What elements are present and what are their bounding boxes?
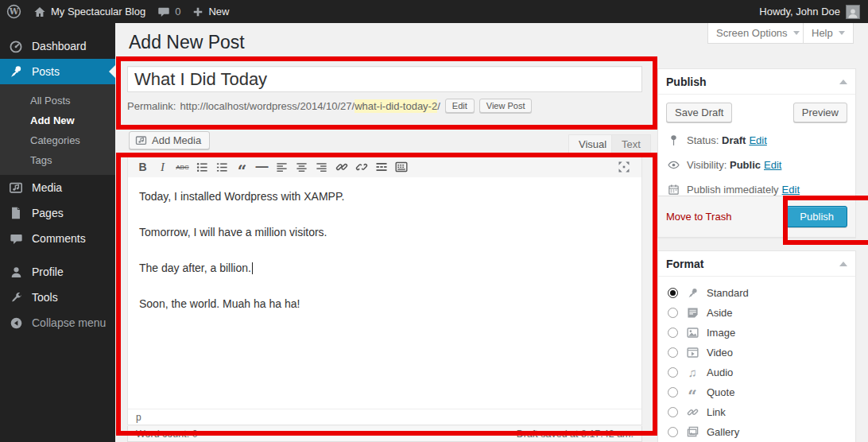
wordpress-logo-icon: W xyxy=(6,4,21,19)
tab-visual[interactable]: Visual xyxy=(568,134,617,155)
visibility-row: Visibility: PublicEdit xyxy=(666,158,847,172)
radio-standard[interactable] xyxy=(668,288,678,298)
format-option-aside[interactable]: Aside xyxy=(668,303,846,323)
radio-quote[interactable] xyxy=(668,387,678,397)
sidebar-collapse-menu[interactable]: Collapse menu xyxy=(0,310,115,335)
post-status-icon xyxy=(666,134,680,146)
format-option-video[interactable]: Video xyxy=(668,343,846,363)
align-left-button[interactable] xyxy=(272,157,292,176)
site-link[interactable]: My Spectacular Blog xyxy=(33,6,145,18)
sidebar-item-label: Dashboard xyxy=(32,40,87,52)
permalink-label: Permalink: xyxy=(127,100,176,112)
posts-submenu: All Posts Add New Categories Tags xyxy=(0,84,115,175)
admin-sidebar: Dashboard Posts All Posts Add New Catego… xyxy=(0,23,115,442)
distraction-free-icon[interactable] xyxy=(614,157,634,176)
edit-status-link[interactable]: Edit xyxy=(749,134,766,146)
add-media-button[interactable]: Add Media xyxy=(129,131,210,149)
post-paragraph: The day after, a billion. xyxy=(139,262,630,274)
page-icon xyxy=(8,206,24,220)
site-name: My Spectacular Blog xyxy=(51,6,145,17)
visibility-eye-icon xyxy=(666,158,680,172)
format-option-quote[interactable]: “ Quote xyxy=(668,382,846,402)
format-label: Video xyxy=(707,347,733,359)
numbered-list-button[interactable] xyxy=(212,157,232,176)
format-option-link[interactable]: Link xyxy=(668,402,846,422)
save-draft-button[interactable]: Save Draft xyxy=(666,103,732,122)
edit-schedule-link[interactable]: Edit xyxy=(782,184,800,196)
submenu-add-new[interactable]: Add New xyxy=(0,111,115,130)
bulleted-list-button[interactable] xyxy=(192,157,212,176)
wordpress-logo-menu[interactable]: W xyxy=(6,4,21,19)
format-aside-icon xyxy=(685,307,699,319)
sidebar-item-comments[interactable]: Comments xyxy=(0,226,115,251)
tab-text[interactable]: Text xyxy=(611,134,651,155)
user-avatar[interactable] xyxy=(846,5,860,19)
post-title-input[interactable] xyxy=(127,66,642,92)
collapse-toggle-icon[interactable] xyxy=(839,262,847,266)
format-audio-icon: ♫ xyxy=(685,367,699,378)
view-post-button[interactable]: View Post xyxy=(479,99,533,113)
comments-shortcut[interactable]: 0 xyxy=(157,6,180,18)
align-right-button[interactable] xyxy=(312,157,331,176)
format-image-icon xyxy=(685,327,699,339)
submenu-categories[interactable]: Categories xyxy=(0,130,115,150)
publish-button[interactable]: Publish xyxy=(786,206,847,227)
radio-gallery[interactable] xyxy=(668,427,678,437)
format-option-gallery[interactable]: Gallery xyxy=(668,422,846,442)
sidebar-item-dashboard[interactable]: Dashboard xyxy=(0,33,115,59)
permalink-edit-button[interactable]: Edit xyxy=(445,99,475,113)
sidebar-item-profile[interactable]: Profile xyxy=(0,259,115,285)
screen-options-tab[interactable]: Screen Options xyxy=(707,23,808,44)
strikethrough-button[interactable]: ABC xyxy=(172,157,192,176)
radio-audio[interactable] xyxy=(668,367,678,378)
sidebar-item-label: Profile xyxy=(32,266,64,278)
help-tab[interactable]: Help xyxy=(803,23,854,44)
new-content-menu[interactable]: New xyxy=(192,6,229,17)
radio-link[interactable] xyxy=(668,407,678,417)
plus-icon xyxy=(192,6,203,17)
pushpin-icon xyxy=(8,64,24,79)
sidebar-item-tools[interactable]: Tools xyxy=(0,285,115,310)
radio-image[interactable] xyxy=(668,328,678,338)
insert-link-button[interactable] xyxy=(331,157,351,176)
sidebar-item-posts[interactable]: Posts xyxy=(0,59,115,84)
sidebar-item-label: Posts xyxy=(32,65,60,78)
chevron-down-icon xyxy=(793,31,800,35)
collapse-toggle-icon[interactable] xyxy=(839,79,847,84)
read-more-button[interactable] xyxy=(371,157,391,176)
add-media-label: Add Media xyxy=(152,134,201,146)
bold-button[interactable]: B xyxy=(133,157,153,176)
publish-metabox-header[interactable]: Publish xyxy=(658,69,855,95)
format-option-image[interactable]: Image xyxy=(668,323,846,343)
align-center-button[interactable] xyxy=(292,157,312,176)
remove-link-button[interactable] xyxy=(351,157,371,176)
home-icon xyxy=(33,6,46,18)
submenu-tags[interactable]: Tags xyxy=(0,150,115,170)
format-option-standard[interactable]: Standard xyxy=(668,283,846,303)
format-label: Image xyxy=(707,327,735,339)
howdy-user[interactable]: Howdy, John Doe xyxy=(759,6,840,17)
edit-visibility-link[interactable]: Edit xyxy=(764,159,781,171)
user-icon xyxy=(8,266,24,279)
toolbar-toggle-button[interactable] xyxy=(391,157,411,176)
format-metabox-header[interactable]: Format xyxy=(658,251,855,277)
format-option-audio[interactable]: ♫ Audio xyxy=(668,363,846,382)
post-status-info-bar: Word count: 0 Draft saved at 8:17:42 am. xyxy=(127,426,642,442)
editor-element-path[interactable]: p xyxy=(128,409,641,425)
radio-aside[interactable] xyxy=(668,308,678,318)
editor-content-area[interactable]: Today, I installed Wordpress with XAMPP.… xyxy=(128,177,641,409)
preview-button[interactable]: Preview xyxy=(793,103,847,122)
sidebar-item-media[interactable]: Media xyxy=(0,175,115,200)
submenu-all-posts[interactable]: All Posts xyxy=(0,91,115,111)
italic-button[interactable]: I xyxy=(153,157,172,176)
menu-separator xyxy=(0,251,115,259)
sidebar-item-pages[interactable]: Pages xyxy=(0,200,115,226)
blockquote-button[interactable]: “ xyxy=(232,153,252,180)
move-to-trash-link[interactable]: Move to Trash xyxy=(666,211,731,223)
schedule-row: Publish immediatelyEdit xyxy=(666,184,847,196)
radio-video[interactable] xyxy=(668,347,678,358)
collapse-arrow-icon xyxy=(8,316,24,330)
sidebar-item-label: Collapse menu xyxy=(32,316,106,329)
horizontal-rule-button[interactable]: — xyxy=(252,157,272,176)
permalink-slug[interactable]: what-i-did-today-2 xyxy=(355,99,437,113)
